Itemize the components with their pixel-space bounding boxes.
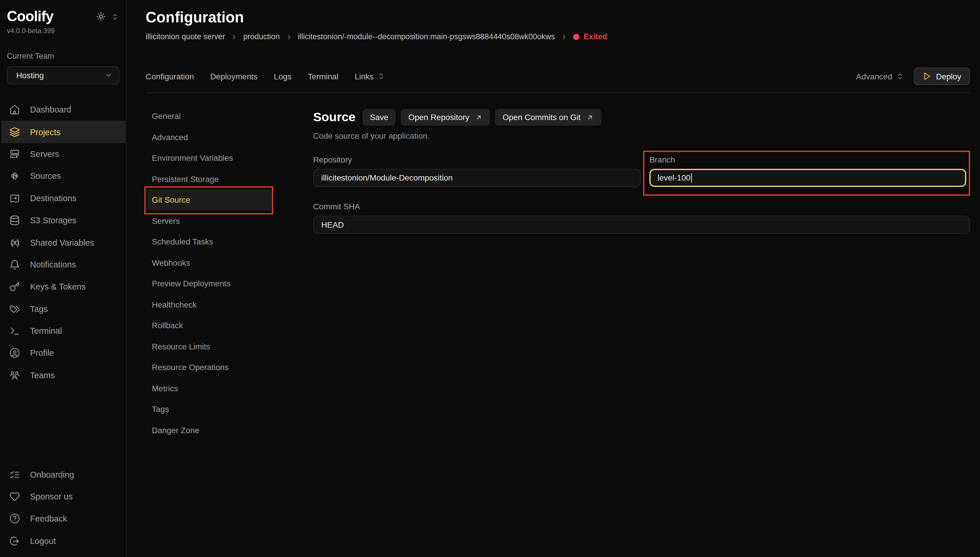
tags-icon <box>9 304 20 314</box>
chevrons-up-down-icon <box>377 72 385 80</box>
chevron-right-icon <box>561 33 567 41</box>
subnav-persistent-storage[interactable]: Persistent Storage <box>147 169 271 189</box>
open-commits-button[interactable]: Open Commits on Git <box>495 109 601 125</box>
parentheses-x-icon: (x) <box>9 237 20 248</box>
tab-terminal[interactable]: Terminal <box>308 72 338 81</box>
config-subnav: General Advanced Environment Variables P… <box>146 106 273 441</box>
breadcrumb: illicitonion quote server production ill… <box>146 33 970 41</box>
sidebar-item-onboarding[interactable]: Onboarding <box>1 463 125 485</box>
open-repository-label: Open Repository <box>408 112 470 122</box>
subnav-git-source-label: Git Source <box>152 195 190 204</box>
app-root: Coolify v4.0.0-beta.399 Curr <box>0 0 980 557</box>
chevron-right-icon <box>285 33 293 41</box>
subnav-general[interactable]: General <box>147 106 271 127</box>
sidebar-item-dashboard[interactable]: Dashboard <box>1 99 125 121</box>
subnav-metrics[interactable]: Metrics <box>147 378 271 399</box>
tab-configuration[interactable]: Configuration <box>146 72 194 81</box>
status-badge: Exited <box>573 33 607 41</box>
sidebar-item-label: Sponsor us <box>30 492 73 501</box>
subnav-environment-variables[interactable]: Environment Variables <box>147 148 271 169</box>
advanced-dropdown[interactable]: Advanced <box>856 72 904 81</box>
git-source-panel: Source Save Open Repository Open Commits… <box>313 106 970 441</box>
sidebar-item-servers[interactable]: Servers <box>1 143 125 165</box>
subnav-preview-deployments[interactable]: Preview Deployments <box>147 273 271 294</box>
chevron-right-icon <box>231 33 238 41</box>
sidebar-item-teams[interactable]: Teams <box>1 364 125 386</box>
sidebar-item-projects[interactable]: Projects <box>1 121 125 143</box>
theme-switcher-chevrons-icon[interactable] <box>111 13 119 20</box>
subnav-git-source[interactable]: Git Source <box>147 189 271 210</box>
subnav-resource-limits[interactable]: Resource Limits <box>147 336 271 357</box>
tab-deployments[interactable]: Deployments <box>210 72 257 81</box>
commit-sha-field: Commit SHA <box>313 202 970 234</box>
tab-bar: Configuration Deployments Logs Terminal … <box>146 67 970 85</box>
sidebar-item-logout[interactable]: Logout <box>1 530 125 552</box>
open-repository-button[interactable]: Open Repository <box>401 109 490 125</box>
sidebar-item-notifications[interactable]: Notifications <box>1 254 125 276</box>
sidebar-item-label: Destinations <box>30 194 76 203</box>
subnav-healthcheck[interactable]: Healthcheck <box>147 294 271 315</box>
sidebar-item-label: Tags <box>30 305 48 314</box>
key-icon <box>9 282 20 292</box>
save-button[interactable]: Save <box>362 109 396 125</box>
subnav-resource-operations[interactable]: Resource Operations <box>147 357 271 378</box>
team-select-value: Hosting <box>16 71 44 80</box>
breadcrumb-application[interactable]: illicitestonion/-module--decomposition:m… <box>298 33 555 41</box>
subnav-rollback[interactable]: Rollback <box>147 315 271 336</box>
users-icon <box>9 370 20 381</box>
sidebar-nav: Dashboard Projects Servers Sources <box>0 99 126 386</box>
sidebar-item-label: Sources <box>30 171 61 181</box>
sidebar-item-terminal[interactable]: Terminal <box>1 320 125 342</box>
chevrons-up-down-icon <box>896 72 904 80</box>
subnav-danger-zone[interactable]: Danger Zone <box>147 420 271 441</box>
sidebar-item-tags[interactable]: Tags <box>1 298 125 320</box>
app-logo: Coolify <box>7 8 54 25</box>
log-out-icon <box>9 536 20 547</box>
server-icon <box>9 149 20 160</box>
sidebar-item-label: Logout <box>30 536 56 546</box>
sidebar-item-sources[interactable]: Sources <box>1 165 125 187</box>
repository-field: Repository <box>313 151 640 195</box>
tab-logs[interactable]: Logs <box>274 72 291 81</box>
sidebar-item-keys-tokens[interactable]: Keys & Tokens <box>1 276 125 298</box>
sidebar-item-shared-variables[interactable]: (x) Shared Variables <box>1 231 125 254</box>
sidebar-item-label: Dashboard <box>30 105 71 114</box>
chevron-down-icon <box>104 71 112 79</box>
git-source-icon <box>9 171 20 182</box>
sidebar-item-s3-storages[interactable]: S3 Storages <box>1 209 125 231</box>
play-icon <box>922 72 931 80</box>
team-select[interactable]: Hosting <box>7 66 119 84</box>
sidebar-item-label: Terminal <box>30 326 62 336</box>
sidebar-item-label: Onboarding <box>30 470 74 479</box>
branch-value: level-100 <box>657 173 690 182</box>
heart-handshake-icon <box>9 491 20 502</box>
sidebar-item-label: Notifications <box>30 260 76 269</box>
subnav-advanced[interactable]: Advanced <box>147 127 271 147</box>
theme-sun-icon[interactable] <box>96 12 106 21</box>
annotation-box-branch: Branch level-100 <box>643 151 970 195</box>
arrow-up-right-icon <box>586 113 594 121</box>
repository-label: Repository <box>313 155 640 164</box>
breadcrumb-environment[interactable]: production <box>243 33 280 41</box>
repository-input[interactable] <box>313 169 640 187</box>
sidebar-item-profile[interactable]: Profile <box>1 342 125 364</box>
subnav-webhooks[interactable]: Webhooks <box>147 252 271 273</box>
commit-sha-input[interactable] <box>313 216 970 234</box>
status-text: Exited <box>583 33 607 41</box>
sidebar-item-label: S3 Storages <box>30 216 76 225</box>
subnav-tags[interactable]: Tags <box>147 399 271 420</box>
sidebar-item-label: Servers <box>30 150 59 159</box>
subnav-scheduled-tasks[interactable]: Scheduled Tasks <box>147 231 271 252</box>
deploy-button[interactable]: Deploy <box>913 67 970 85</box>
branch-input[interactable]: level-100 <box>649 169 966 187</box>
app-version: v4.0.0-beta.399 <box>0 25 126 34</box>
sidebar-item-label: Keys & Tokens <box>30 282 86 292</box>
sidebar-item-feedback[interactable]: Feedback <box>1 508 125 530</box>
sidebar-item-destinations[interactable]: Destinations <box>1 187 125 209</box>
sidebar-item-sponsor-us[interactable]: Sponsor us <box>1 486 125 508</box>
tab-links[interactable]: Links <box>354 72 385 81</box>
sidebar: Coolify v4.0.0-beta.399 Curr <box>0 0 127 557</box>
deploy-label: Deploy <box>936 72 961 81</box>
breadcrumb-project[interactable]: illicitonion quote server <box>146 33 225 41</box>
subnav-servers[interactable]: Servers <box>147 210 271 231</box>
